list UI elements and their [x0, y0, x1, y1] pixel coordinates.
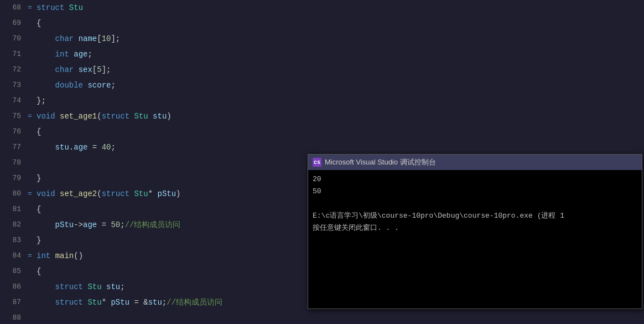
line-num-70: 70	[0, 31, 28, 47]
code-line-74: 74 };	[0, 93, 644, 109]
console-path-line: E:\c语言学习\初级\course-10pro\Debug\course-10…	[313, 210, 637, 222]
line-num-71: 71	[0, 47, 28, 62]
console-titlebar: cs Microsoft Visual Studio 调试控制台	[308, 155, 642, 170]
line-num-86: 86	[0, 279, 28, 295]
line-num-87: 87	[0, 295, 28, 310]
console-window[interactable]: cs Microsoft Visual Studio 调试控制台 20 50 E…	[308, 154, 642, 309]
line-num-76: 76	[0, 124, 28, 140]
console-output-20: 20	[313, 173, 637, 186]
console-title-icon: cs	[313, 158, 321, 167]
line-content-73: double score;	[34, 78, 644, 93]
console-icon-text: cs	[314, 160, 320, 166]
line-num-75: 75	[0, 109, 28, 124]
line-num-74: 74	[0, 93, 28, 109]
line-num-81: 81	[0, 202, 28, 217]
code-line-76: 76 {	[0, 124, 644, 140]
line-content-76: {	[34, 124, 644, 140]
console-prompt-line: 按任意键关闭此窗口. . .	[313, 222, 637, 234]
line-num-84: 84	[0, 248, 28, 264]
line-num-79: 79	[0, 171, 28, 186]
code-line-88: 88	[0, 310, 644, 324]
console-empty-line	[313, 198, 637, 210]
console-output-50: 50	[313, 186, 637, 198]
line-content-88	[34, 310, 644, 324]
line-indicator-80: =	[28, 186, 34, 202]
line-num-85: 85	[0, 264, 28, 279]
line-num-80: 80	[0, 186, 28, 202]
line-num-88: 88	[0, 310, 28, 324]
line-num-78: 78	[0, 155, 28, 171]
console-title-text: Microsoft Visual Studio 调试控制台	[325, 157, 637, 167]
line-content-71: int age;	[34, 47, 644, 62]
line-content-74: };	[34, 93, 644, 109]
line-num-82: 82	[0, 217, 28, 233]
code-line-77: 77 stu.age = 40;	[0, 140, 644, 155]
code-line-73: 73 double score;	[0, 78, 644, 93]
code-line-72: 72 char sex[5];	[0, 62, 644, 78]
line-num-72: 72	[0, 62, 28, 78]
line-num-77: 77	[0, 140, 28, 155]
code-line-69: 69 {	[0, 16, 644, 31]
line-content-70: char name[10];	[34, 31, 644, 47]
line-content-75: void set_age1(struct Stu stu)	[34, 109, 644, 124]
line-content-77: stu.age = 40;	[34, 140, 644, 155]
line-indicator-68: =	[28, 0, 34, 16]
line-content-72: char sex[5];	[34, 62, 644, 78]
code-line-68: 68 = struct Stu	[0, 0, 644, 16]
line-num-69: 69	[0, 16, 28, 31]
console-body: 20 50 E:\c语言学习\初级\course-10pro\Debug\cou…	[308, 170, 642, 308]
line-num-68: 68	[0, 0, 28, 16]
code-line-75: 75 = void set_age1(struct Stu stu)	[0, 109, 644, 124]
line-num-83: 83	[0, 233, 28, 248]
line-indicator-75: =	[28, 109, 34, 124]
line-num-73: 73	[0, 78, 28, 93]
line-content-68: struct Stu	[34, 0, 644, 16]
line-content-69: {	[34, 16, 644, 31]
code-line-70: 70 char name[10];	[0, 31, 644, 47]
line-indicator-84: =	[28, 248, 34, 264]
code-line-71: 71 int age;	[0, 47, 644, 62]
